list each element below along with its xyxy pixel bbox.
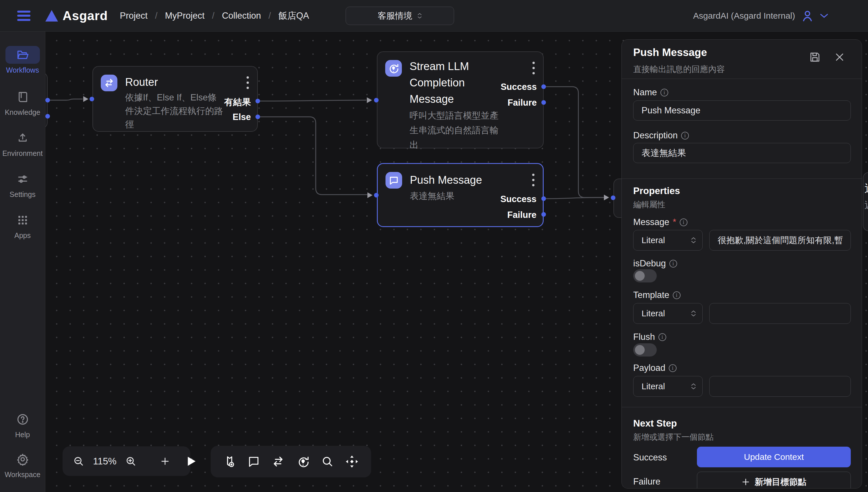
template-field-label: Templatei: [633, 290, 680, 300]
gear-icon: [16, 453, 29, 466]
stream-llm-icon: [385, 60, 402, 77]
output-port-label[interactable]: Failure: [507, 98, 537, 108]
output-port-label[interactable]: Success: [501, 82, 537, 92]
name-field-label: Namei: [633, 87, 668, 98]
info-icon: i: [673, 291, 680, 299]
help-icon: [16, 413, 29, 426]
node-description: 依據If、Else If、Else條 件決定工作流程執行的路 徑: [125, 91, 225, 131]
breadcrumb: Project / MyProject / Collection / 飯店QA: [120, 10, 309, 22]
success-row-label: Success: [633, 452, 667, 463]
breadcrumb-myproject[interactable]: MyProject: [165, 10, 205, 21]
sidebar-item-label: Workspace: [5, 470, 41, 479]
router-node-icon[interactable]: [272, 455, 285, 468]
asgard-logo-icon: [45, 10, 58, 22]
sidebar-item-settings[interactable]: Settings: [0, 170, 45, 199]
zoom-in-icon[interactable]: [125, 456, 137, 467]
router-icon: [101, 75, 117, 91]
template-type-select[interactable]: Literal: [633, 303, 703, 324]
next-step-section-subtitle: 新增或選擇下一個節點: [633, 432, 714, 443]
output-port-label[interactable]: 有結果: [224, 96, 251, 108]
kebab-menu-icon[interactable]: [246, 75, 250, 91]
book-icon: [17, 91, 29, 103]
flush-toggle[interactable]: [633, 343, 657, 356]
sidebar-item-environment[interactable]: Environment: [0, 129, 45, 157]
apps-grid-icon: [17, 215, 28, 226]
fit-view-icon[interactable]: [345, 455, 358, 468]
name-input[interactable]: Push Message: [633, 100, 851, 121]
breadcrumb-workflow[interactable]: 飯店QA: [278, 10, 309, 22]
stream-llm-node-icon[interactable]: [297, 455, 310, 468]
description-field-label: Descriptioni: [633, 130, 689, 141]
add-node-button[interactable]: [159, 456, 171, 467]
divider: [622, 178, 862, 179]
save-icon[interactable]: [809, 51, 821, 63]
user-icon: [801, 9, 814, 22]
folder-icon: [16, 49, 29, 61]
sidebar-item-knowledge[interactable]: Knowledge: [0, 88, 45, 117]
info-icon: i: [680, 218, 688, 226]
description-input[interactable]: 表達無結果: [633, 143, 851, 163]
offscreen-node-right[interactable]: 返 返: [863, 172, 868, 231]
sidebar-item-workspace[interactable]: Workspace: [0, 450, 45, 479]
info-icon: i: [681, 132, 689, 140]
search-icon[interactable]: [321, 455, 334, 468]
flush-field-label: Flushi: [633, 332, 666, 342]
node-description: 表達無結果: [410, 189, 454, 203]
chat-node-icon[interactable]: [247, 455, 260, 468]
isdebug-toggle[interactable]: [633, 269, 657, 282]
push-message-icon: [386, 172, 402, 189]
sidebar-item-label: Help: [15, 430, 30, 439]
node-router[interactable]: Router 依據If、Else If、Else條 件決定工作流程執行的路 徑 …: [93, 66, 258, 132]
next-step-section-title: Next Step: [633, 418, 677, 429]
add-target-node-button[interactable]: 新增目標節點: [697, 472, 851, 489]
breadcrumb-collection[interactable]: Collection: [222, 10, 261, 21]
chevron-up-down-icon: [691, 310, 696, 317]
message-value-input[interactable]: 很抱歉,關於這個問題所知有限,暫: [709, 230, 851, 251]
plus-icon: [741, 478, 750, 486]
zoom-out-icon[interactable]: [73, 456, 84, 467]
breadcrumb-separator: /: [155, 10, 157, 21]
output-port-label[interactable]: Failure: [507, 210, 537, 220]
node-palette-toolbar: [211, 446, 371, 477]
sidebar-item-label: Apps: [14, 231, 31, 240]
sidebar-item-workflows[interactable]: Workflows: [0, 46, 45, 74]
payload-type-select[interactable]: Literal: [633, 376, 703, 397]
brand-name: Asgard: [63, 8, 108, 23]
zoom-toolbar: 115%: [63, 446, 190, 476]
update-context-button[interactable]: Update Context: [697, 447, 851, 467]
info-icon: i: [659, 333, 666, 341]
hamburger-menu-icon[interactable]: [17, 10, 30, 21]
run-workflow-button[interactable]: [187, 456, 196, 467]
kebab-menu-icon[interactable]: [531, 60, 536, 77]
message-type-select[interactable]: Literal: [633, 230, 703, 251]
breadcrumb-separator: /: [212, 10, 215, 21]
kebab-menu-icon[interactable]: [531, 173, 535, 189]
node-push-message[interactable]: Push Message 表達無結果 Success Failure: [377, 163, 544, 227]
payload-field-label: Payloadi: [633, 363, 676, 373]
panel-title: Push Message: [633, 47, 707, 58]
add-tag-node-icon[interactable]: [223, 455, 236, 468]
node-title: Push Message: [410, 172, 482, 188]
output-port-label[interactable]: Else: [232, 112, 251, 122]
breadcrumb-project[interactable]: Project: [120, 10, 148, 21]
chevron-up-down-icon: [691, 383, 696, 390]
output-port-label[interactable]: Success: [500, 194, 537, 204]
chevron-down-icon: [820, 13, 828, 18]
zoom-level: 115%: [93, 456, 117, 467]
divider: [622, 79, 862, 79]
close-icon[interactable]: [834, 52, 845, 63]
payload-value-input[interactable]: [709, 376, 851, 397]
account-name: AsgardAI (Asgard Internal): [693, 11, 795, 21]
template-value-input[interactable]: [709, 303, 851, 324]
node-stream-llm[interactable]: Stream LLM Completion Message 呼叫大型語言模型並產…: [377, 51, 544, 148]
environment-dropdown[interactable]: 客服情境: [346, 7, 454, 25]
sidebar-item-apps[interactable]: Apps: [0, 211, 45, 240]
sidebar-item-help[interactable]: Help: [0, 411, 45, 439]
node-title: Router: [125, 74, 158, 91]
sidebar-item-label: Settings: [9, 190, 35, 199]
top-bar: Asgard Project / MyProject / Collection …: [0, 0, 868, 31]
properties-section-subtitle: 編輯屬性: [633, 199, 665, 210]
node-title: Stream LLM Completion Message: [410, 58, 469, 107]
message-field-label: Message*i: [633, 217, 688, 227]
account-menu[interactable]: AsgardAI (Asgard Internal): [693, 0, 828, 31]
